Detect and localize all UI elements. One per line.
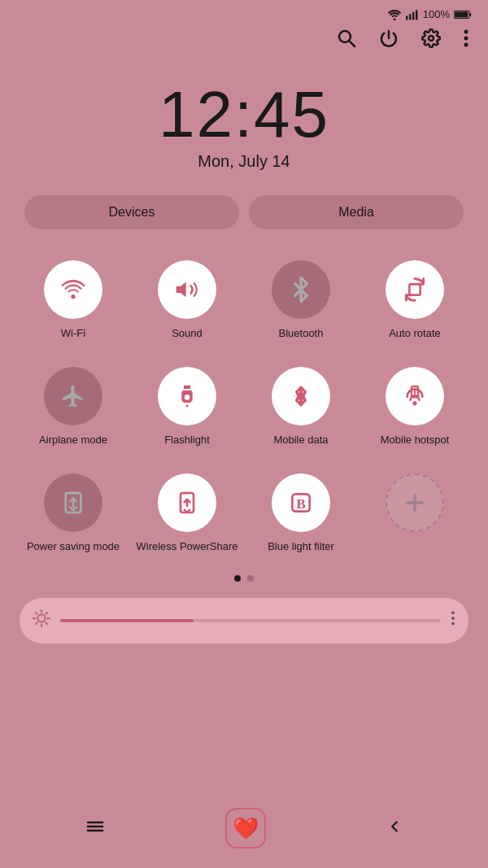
svg-point-10 bbox=[429, 36, 434, 41]
svg-rect-1 bbox=[406, 15, 407, 20]
page-dot-1[interactable] bbox=[234, 575, 241, 582]
qs-mobiledata-circle bbox=[272, 367, 330, 425]
svg-rect-4 bbox=[416, 10, 417, 20]
signal-status-icon bbox=[406, 9, 419, 20]
qs-mobilehotspot-label: Mobile hotspot bbox=[381, 434, 450, 447]
qs-bluetooth[interactable]: Bluetooth bbox=[244, 249, 358, 355]
svg-rect-3 bbox=[412, 11, 414, 20]
back-icon[interactable] bbox=[386, 816, 403, 841]
svg-line-26 bbox=[36, 613, 37, 614]
home-heart-icon: ❤️ bbox=[233, 816, 259, 841]
qs-wifi[interactable]: Wi-Fi bbox=[16, 249, 130, 355]
qs-sound[interactable]: Sound bbox=[130, 249, 244, 355]
svg-point-11 bbox=[464, 30, 468, 34]
svg-rect-15 bbox=[409, 284, 420, 294]
qs-wirelesspowershare-label: Wireless PowerShare bbox=[137, 540, 238, 554]
svg-line-9 bbox=[350, 41, 355, 47]
svg-rect-2 bbox=[409, 14, 411, 20]
qs-mobiledata[interactable]: Mobile data bbox=[244, 355, 358, 462]
brightness-more-icon[interactable] bbox=[451, 610, 455, 630]
svg-point-0 bbox=[393, 18, 395, 20]
qs-autorotate-circle bbox=[386, 260, 444, 319]
qs-airplane-label: Airplane mode bbox=[39, 434, 107, 447]
qs-autorotate-label: Auto rotate bbox=[389, 327, 441, 341]
qs-flashlight-label: Flashlight bbox=[164, 434, 210, 447]
search-icon[interactable] bbox=[337, 28, 356, 53]
qs-wifi-label: Wi-Fi bbox=[61, 327, 85, 341]
page-dots bbox=[0, 569, 488, 595]
svg-text:B: B bbox=[296, 495, 306, 511]
svg-line-31 bbox=[46, 613, 47, 614]
power-icon[interactable] bbox=[379, 28, 399, 53]
battery-icon bbox=[454, 10, 472, 20]
qs-powersaving-label: Power saving mode bbox=[27, 540, 120, 554]
svg-point-14 bbox=[71, 294, 75, 299]
qs-plus-circle bbox=[386, 473, 444, 532]
svg-point-33 bbox=[451, 617, 455, 620]
action-bar bbox=[0, 25, 488, 66]
bottom-nav: ❤️ bbox=[0, 793, 488, 868]
qs-mobilehotspot-circle bbox=[386, 367, 444, 425]
qs-bluelightfilter-circle: B bbox=[272, 473, 330, 532]
qs-wirelesspowershare[interactable]: Wireless PowerShare bbox=[130, 462, 244, 569]
status-icons: 100% bbox=[387, 8, 472, 20]
qs-powersaving-circle bbox=[44, 473, 102, 532]
qs-wifi-circle bbox=[44, 260, 102, 319]
qs-flashlight-circle bbox=[158, 367, 216, 425]
more-icon[interactable] bbox=[464, 28, 468, 53]
svg-point-17 bbox=[412, 401, 416, 405]
qs-flashlight[interactable]: Flashlight bbox=[130, 355, 244, 462]
battery-text: 100% bbox=[423, 8, 450, 20]
qs-powersaving[interactable]: Power saving mode bbox=[16, 462, 130, 569]
qs-wirelesspowershare-circle bbox=[158, 473, 216, 532]
brightness-fill bbox=[60, 619, 194, 622]
svg-rect-7 bbox=[469, 13, 471, 16]
qs-mobilehotspot[interactable]: Mobile hotspot bbox=[358, 355, 472, 462]
tab-devices[interactable]: Devices bbox=[24, 195, 239, 229]
qs-bluelightfilter[interactable]: B Blue light filter bbox=[244, 462, 358, 569]
svg-point-16 bbox=[185, 395, 190, 400]
clock-date: Mon, July 14 bbox=[0, 152, 488, 171]
home-button[interactable]: ❤️ bbox=[225, 808, 266, 848]
qs-bluetooth-label: Bluetooth bbox=[279, 327, 324, 341]
svg-rect-6 bbox=[455, 11, 468, 17]
svg-line-30 bbox=[36, 622, 37, 624]
quick-settings-grid: Wi-Fi Sound Bluetooth bbox=[0, 249, 488, 569]
clock-area: 12:45 Mon, July 14 bbox=[0, 66, 488, 195]
status-bar: 100% bbox=[0, 0, 488, 25]
clock-time: 12:45 bbox=[0, 82, 488, 147]
svg-point-23 bbox=[37, 614, 45, 622]
svg-point-12 bbox=[464, 37, 468, 41]
svg-point-32 bbox=[451, 612, 455, 615]
qs-autorotate[interactable]: Auto rotate bbox=[358, 249, 472, 355]
page-dot-2[interactable] bbox=[247, 575, 254, 582]
settings-icon[interactable] bbox=[421, 28, 441, 53]
brightness-sun-icon bbox=[33, 609, 50, 632]
qs-airplane[interactable]: Airplane mode bbox=[16, 355, 130, 462]
wifi-status-icon bbox=[387, 9, 402, 20]
qs-airplane-circle bbox=[44, 367, 102, 425]
qs-bluetooth-circle bbox=[272, 260, 330, 319]
recent-apps-icon[interactable] bbox=[85, 816, 106, 841]
svg-line-27 bbox=[46, 622, 47, 624]
qs-bluelightfilter-label: Blue light filter bbox=[268, 540, 334, 554]
qs-sound-label: Sound bbox=[172, 327, 203, 341]
brightness-row[interactable] bbox=[20, 598, 468, 643]
qs-mobiledata-label: Mobile data bbox=[273, 434, 328, 447]
qs-sound-circle bbox=[158, 260, 216, 319]
qs-plus[interactable] bbox=[358, 462, 472, 569]
tabs-row: Devices Media bbox=[0, 195, 488, 249]
svg-point-13 bbox=[464, 43, 468, 47]
brightness-track[interactable] bbox=[60, 619, 441, 622]
tab-media[interactable]: Media bbox=[249, 195, 464, 229]
svg-point-34 bbox=[451, 622, 455, 626]
